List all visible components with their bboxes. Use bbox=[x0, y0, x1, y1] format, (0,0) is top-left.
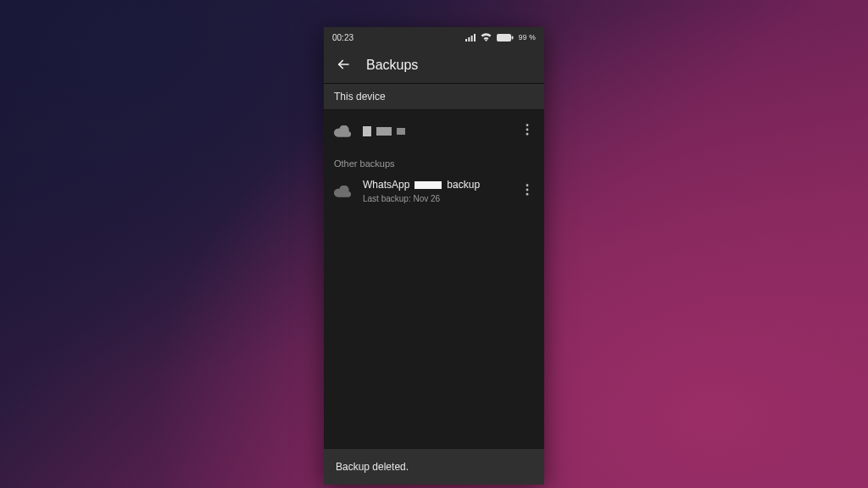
row-overflow-button[interactable] bbox=[520, 119, 534, 143]
other-backup-name: WhatsApp backup bbox=[363, 179, 509, 192]
redacted-text bbox=[415, 181, 442, 189]
app-bar: Backups bbox=[324, 47, 544, 84]
other-backup-subtitle: Last backup: Nov 26 bbox=[363, 193, 509, 204]
status-indicators: 99 % bbox=[465, 33, 536, 42]
arrow-left-icon bbox=[336, 62, 351, 75]
section-this-device: This device bbox=[324, 84, 544, 110]
svg-point-4 bbox=[526, 129, 529, 131]
svg-point-5 bbox=[526, 133, 529, 136]
phone-frame: 00:23 99 % Backups bbox=[324, 27, 544, 485]
cell-signal-icon bbox=[465, 34, 476, 42]
svg-point-7 bbox=[526, 189, 529, 191]
snackbar: Backup deleted. bbox=[324, 449, 544, 485]
svg-point-3 bbox=[526, 124, 529, 126]
row-overflow-button[interactable] bbox=[520, 179, 534, 203]
other-backup-row[interactable]: WhatsApp backup Last backup: Nov 26 bbox=[324, 170, 544, 213]
name-prefix: WhatsApp bbox=[363, 179, 409, 192]
wifi-icon bbox=[481, 33, 492, 42]
redacted-text bbox=[376, 127, 392, 136]
svg-point-8 bbox=[526, 193, 529, 196]
device-backup-row[interactable] bbox=[324, 110, 544, 152]
redacted-text bbox=[363, 126, 371, 136]
device-backup-name bbox=[363, 126, 509, 136]
cloud-icon bbox=[334, 183, 351, 200]
snackbar-text: Backup deleted. bbox=[336, 461, 409, 473]
back-button[interactable] bbox=[332, 53, 354, 78]
more-vert-icon bbox=[526, 186, 529, 198]
wallpaper: 00:23 99 % Backups bbox=[0, 0, 868, 488]
redacted-text bbox=[397, 128, 405, 135]
page-title: Backups bbox=[366, 58, 418, 73]
battery-icon bbox=[497, 34, 514, 42]
cloud-icon bbox=[334, 123, 351, 140]
status-clock: 00:23 bbox=[332, 33, 353, 42]
section-other-backups: Other backups bbox=[324, 152, 544, 170]
battery-percent: 99 % bbox=[519, 33, 536, 42]
svg-rect-1 bbox=[511, 36, 513, 39]
name-suffix: backup bbox=[447, 179, 480, 192]
more-vert-icon bbox=[526, 125, 529, 138]
svg-point-6 bbox=[526, 185, 529, 187]
svg-rect-0 bbox=[497, 34, 511, 42]
status-bar: 00:23 99 % bbox=[324, 27, 544, 47]
backup-list: Other backups WhatsApp backup Last backu… bbox=[324, 110, 544, 449]
